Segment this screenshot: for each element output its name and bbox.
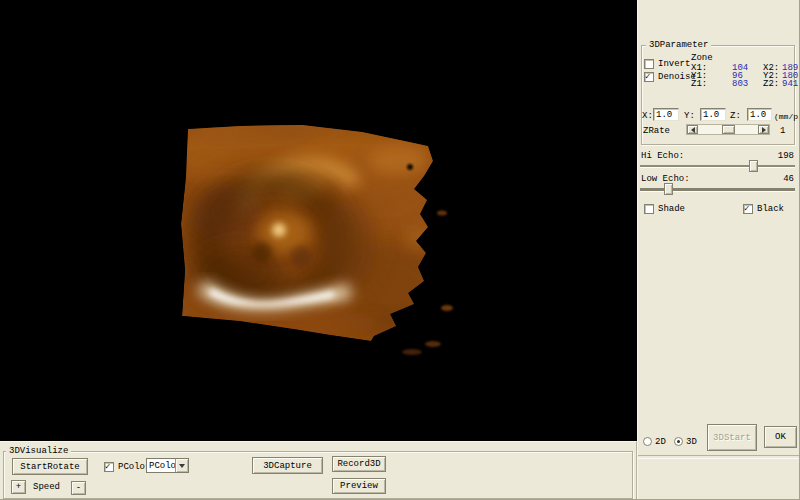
x-scale-input[interactable]	[653, 108, 679, 121]
zone-z2-value: 941	[782, 79, 798, 89]
speed-plus-button[interactable]: +	[11, 480, 26, 494]
black-label: Black	[757, 204, 784, 214]
ok-button[interactable]: OK	[764, 426, 797, 448]
start-rotate-button[interactable]: StartRotate	[12, 458, 88, 475]
pcolor-dropdown-value: PColor	[147, 461, 175, 471]
low-echo-value: 46	[764, 174, 794, 184]
zrate-value: 1	[780, 126, 785, 136]
speed-label: Speed	[33, 482, 60, 492]
start-3d-button[interactable]: 3DStart	[707, 424, 757, 451]
ultrasound-image	[0, 0, 637, 441]
mode-3d-radio[interactable]	[674, 437, 683, 446]
pcolor-checkbox[interactable]	[104, 462, 114, 472]
zone-z1-value: 803	[732, 79, 748, 89]
invert-checkbox[interactable]	[644, 59, 654, 69]
chevron-down-icon	[179, 464, 185, 468]
shade-label: Shade	[658, 204, 685, 214]
mode-3d-label: 3D	[686, 437, 697, 447]
hi-echo-slider-thumb[interactable]	[749, 160, 758, 172]
zone-z2-label: Z2:	[763, 79, 779, 89]
scroll-left-icon	[691, 127, 695, 133]
3d-viewport[interactable]	[0, 0, 637, 441]
pcolor-dropdown-button[interactable]	[175, 459, 188, 472]
scroll-right-icon	[762, 127, 766, 133]
y-scale-label: Y:	[684, 111, 695, 121]
y-scale-input[interactable]	[700, 108, 726, 121]
panel-separator	[638, 455, 800, 459]
zone-label: Zone	[691, 53, 713, 63]
low-echo-slider-thumb[interactable]	[664, 183, 673, 195]
hi-echo-slider-track[interactable]	[640, 165, 795, 167]
parameter-group-title: 3DParameter	[646, 40, 711, 50]
visualize-panel: 3DVisualize StartRotate + Speed - PColor…	[0, 441, 637, 500]
preview-button[interactable]: Preview	[332, 478, 386, 494]
scale-unit-label: (mm/p)	[774, 112, 800, 122]
mode-2d-label: 2D	[655, 437, 666, 447]
zone-z1-label: Z1:	[691, 79, 707, 89]
z-scale-label: Z:	[730, 111, 741, 121]
invert-label: Invert	[658, 59, 690, 69]
zrate-scroll-right-button[interactable]	[758, 125, 769, 134]
record-3d-button[interactable]: Record3D	[332, 456, 386, 472]
z-scale-input[interactable]	[747, 108, 772, 121]
denoise-checkbox[interactable]	[644, 72, 654, 82]
zrate-label: ZRate	[643, 126, 670, 136]
capture-3d-button[interactable]: 3DCapture	[252, 457, 323, 474]
zrate-scrollbar[interactable]	[686, 124, 770, 135]
zrate-scroll-left-button[interactable]	[687, 125, 698, 134]
visualize-group-title: 3DVisualize	[6, 446, 71, 456]
zrate-scroll-thumb[interactable]	[722, 125, 735, 134]
hi-echo-value: 198	[764, 151, 794, 161]
shade-checkbox[interactable]	[644, 204, 654, 214]
app-window: 3DParameter Invert Denoise Zone X1: 104 …	[0, 0, 800, 500]
parameter-panel: 3DParameter Invert Denoise Zone X1: 104 …	[637, 0, 800, 500]
speed-minus-button[interactable]: -	[71, 481, 86, 495]
pcolor-dropdown[interactable]: PColor	[146, 458, 189, 473]
hi-echo-label: Hi Echo:	[641, 151, 684, 161]
x-scale-label: X:	[642, 111, 653, 121]
mode-2d-radio[interactable]	[643, 437, 652, 446]
black-checkbox[interactable]	[743, 204, 753, 214]
